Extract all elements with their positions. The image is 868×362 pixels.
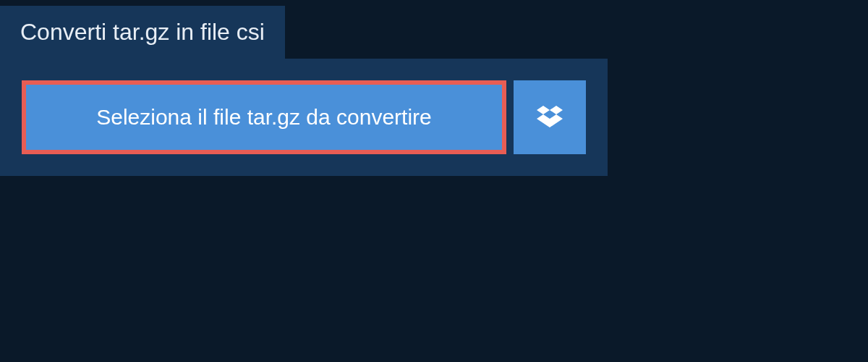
- select-file-button-label: Seleziona il file tar.gz da convertire: [96, 105, 432, 130]
- page-title-tab: Converti tar.gz in file csi: [0, 6, 285, 59]
- dropbox-icon: [537, 104, 563, 132]
- dropbox-button[interactable]: [514, 80, 586, 154]
- select-file-button[interactable]: Seleziona il file tar.gz da convertire: [22, 80, 506, 154]
- button-row: Seleziona il file tar.gz da convertire: [22, 80, 586, 154]
- converter-panel: Seleziona il file tar.gz da convertire: [0, 59, 608, 176]
- page-title: Converti tar.gz in file csi: [20, 19, 265, 45]
